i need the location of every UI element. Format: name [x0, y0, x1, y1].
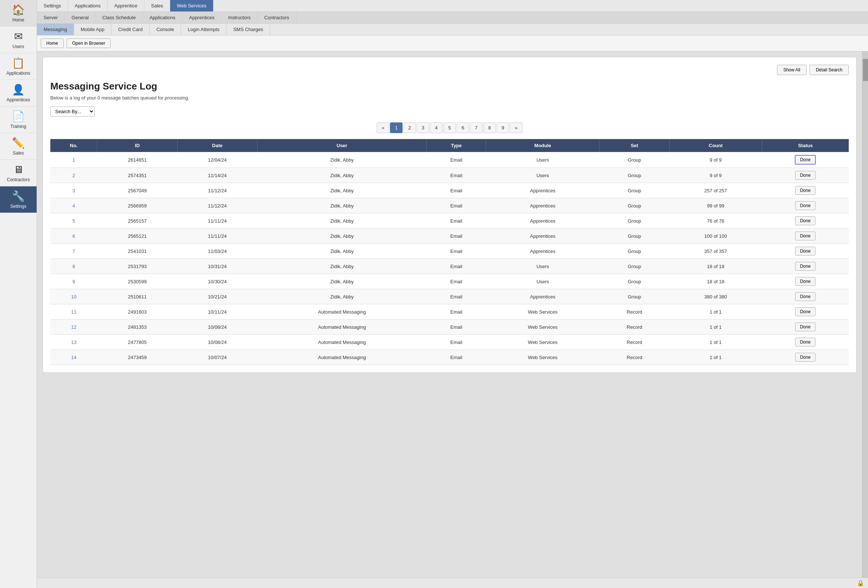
cell-date: 11/03/24 [177, 244, 257, 259]
table-row: 2257435111/14/24Zidik, AbbyEmailUsersGro… [50, 168, 849, 183]
cell-user: Automated Messaging [257, 320, 427, 335]
cell-type: Email [427, 335, 486, 350]
cell-module: Apprentices [486, 198, 599, 214]
cell-count: 380 of 380 [670, 289, 762, 304]
secondary-tab-server[interactable]: Server [37, 12, 65, 23]
status-button[interactable]: Done [795, 307, 815, 316]
home-button[interactable]: Home [41, 38, 63, 48]
open-browser-button[interactable]: Open in Browser [66, 38, 111, 48]
status-button[interactable]: Done [795, 186, 815, 195]
secondary-tab-class-schedule[interactable]: Class Schedule [96, 12, 143, 23]
data-table: No.IDDateUserTypeModuleSetCountStatus 12… [50, 139, 849, 365]
cell-status: Done [762, 304, 849, 320]
cell-no: 3 [50, 183, 97, 198]
lock-icon: 🔒 [857, 579, 864, 587]
tertiary-tab-console[interactable]: Console [150, 24, 181, 35]
status-button[interactable]: Done [795, 171, 815, 180]
cell-no: 2 [50, 168, 97, 183]
tertiary-tab-messaging[interactable]: Messaging [37, 24, 74, 35]
sidebar-item-applications[interactable]: 📋Applications [0, 53, 37, 80]
sidebar-item-training[interactable]: 📄Training [0, 106, 37, 133]
status-button[interactable]: Done [795, 247, 815, 255]
cell-type: Email [427, 289, 486, 304]
search-by-select[interactable]: Search By... [50, 106, 95, 116]
tertiary-tab-mobile-app[interactable]: Mobile App [74, 24, 111, 35]
table-row: 12248135310/08/24Automated MessagingEmai… [50, 320, 849, 335]
cell-set: Group [599, 152, 670, 168]
cell-count: 99 of 99 [670, 198, 762, 214]
sidebar-item-settings[interactable]: 🔧Settings [0, 186, 37, 213]
tertiary-tab-sms-charges[interactable]: SMS Charges [226, 24, 270, 35]
cell-type: Email [427, 259, 486, 274]
sidebar-item-sales[interactable]: ✏️Sales [0, 133, 37, 160]
pagination-page-8[interactable]: 8 [483, 122, 496, 133]
secondary-tab-general[interactable]: General [65, 12, 96, 23]
cell-type: Email [427, 350, 486, 365]
status-button[interactable]: Done [795, 337, 815, 346]
cell-id: 2491603 [97, 304, 177, 320]
sidebar-item-apprentices[interactable]: 👤Apprentices [0, 80, 37, 106]
secondary-tab-instructors[interactable]: Instructors [221, 12, 258, 23]
pagination-prev[interactable]: « [376, 122, 389, 133]
cell-date: 10/08/24 [177, 335, 257, 350]
pagination-page-1[interactable]: 1 [390, 122, 403, 133]
tertiary-tab-login-attempts[interactable]: Login Attempts [181, 24, 226, 35]
cell-id: 2481353 [97, 320, 177, 335]
pagination-page-2[interactable]: 2 [403, 122, 416, 133]
content-area: Show All Detail Search Messaging Service… [37, 52, 862, 578]
pagination-page-9[interactable]: 9 [496, 122, 509, 133]
status-button[interactable]: Done [795, 201, 815, 210]
secondary-tab-applications[interactable]: Applications [143, 12, 182, 23]
cell-set: Record [599, 304, 670, 320]
pagination-page-3[interactable]: 3 [416, 122, 429, 133]
cell-date: 12/04/24 [177, 152, 257, 168]
primary-tab-apprentice[interactable]: Apprentice [108, 0, 144, 12]
cell-module: Users [486, 274, 599, 289]
cell-set: Group [599, 214, 670, 228]
status-button[interactable]: Done [795, 292, 815, 301]
table-row: 3256704911/12/24Zidik, AbbyEmailApprenti… [50, 183, 849, 198]
tertiary-tab-credit-card[interactable]: Credit Card [111, 24, 149, 35]
sidebar-item-users[interactable]: ✉Users [0, 27, 37, 53]
pagination-page-6[interactable]: 6 [456, 122, 469, 133]
pagination-page-7[interactable]: 7 [470, 122, 483, 133]
sidebar-item-contractors[interactable]: 🖥Contractors [0, 160, 37, 186]
cell-type: Email [427, 214, 486, 228]
table-row: 5256515711/11/24Zidik, AbbyEmailApprenti… [50, 214, 849, 228]
cell-type: Email [427, 168, 486, 183]
cell-module: Web Services [486, 335, 599, 350]
detail-search-button[interactable]: Detail Search [809, 65, 849, 75]
cell-module: Apprentices [486, 214, 599, 228]
cell-module: Apprentices [486, 289, 599, 304]
primary-tab-settings[interactable]: Settings [37, 0, 68, 12]
cell-no: 12 [50, 320, 97, 335]
status-button[interactable]: Done [795, 216, 815, 225]
cell-id: 2614851 [97, 152, 177, 168]
status-button[interactable]: Done [795, 262, 815, 271]
primary-tab-sales[interactable]: Sales [144, 0, 170, 12]
col-header-set: Set [599, 139, 670, 152]
sidebar-item-home[interactable]: 🏠Home [0, 0, 37, 27]
primary-tab-web-services[interactable]: Web Services [170, 0, 214, 12]
pagination-page-5[interactable]: 5 [443, 122, 456, 133]
scroll-indicator[interactable] [862, 52, 868, 578]
panel-header: Show All Detail Search [50, 65, 849, 75]
cell-set: Group [599, 228, 670, 244]
cell-no: 7 [50, 244, 97, 259]
status-button[interactable]: Done [795, 231, 815, 240]
sidebar-item-label: Users [13, 44, 24, 49]
show-all-button[interactable]: Show All [777, 65, 807, 75]
secondary-tab-apprentices[interactable]: Apprentices [182, 12, 221, 23]
col-header-module: Module [486, 139, 599, 152]
pagination-page-4[interactable]: 4 [430, 122, 443, 133]
primary-tab-applications[interactable]: Applications [68, 0, 108, 12]
status-button[interactable]: Done [795, 155, 816, 165]
status-button[interactable]: Done [795, 323, 815, 332]
cell-date: 11/12/24 [177, 198, 257, 214]
col-header-type: Type [427, 139, 486, 152]
status-button[interactable]: Done [795, 353, 815, 362]
cell-count: 1 of 1 [670, 350, 762, 365]
status-button[interactable]: Done [795, 277, 815, 286]
pagination-next[interactable]: » [510, 122, 523, 133]
secondary-tab-contractors[interactable]: Contractors [257, 12, 296, 23]
